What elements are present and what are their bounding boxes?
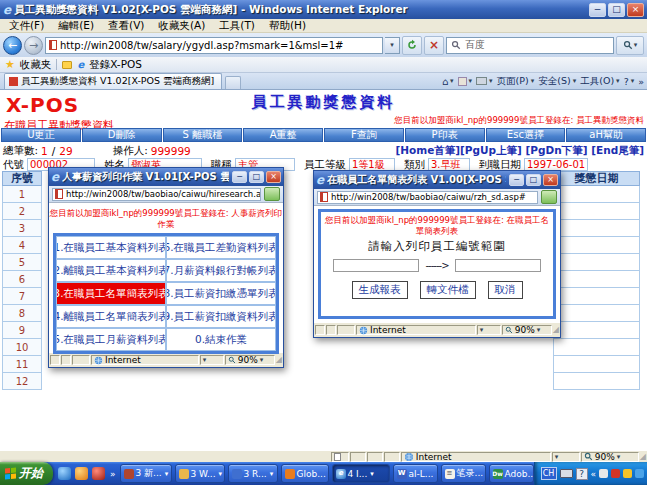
task-button[interactable]: DwAdob... bbox=[489, 464, 534, 483]
dialog-url[interactable]: http://win2008/tw/baobiao/caiwu/hiresear… bbox=[52, 188, 261, 201]
table-row[interactable]: 6 bbox=[2, 271, 42, 288]
maximize-button[interactable]: □ bbox=[608, 3, 625, 17]
help-menu[interactable]: ?▾ bbox=[624, 76, 635, 87]
back-button[interactable]: ← bbox=[3, 36, 22, 55]
active-tab[interactable]: 員工異動獎懲資料 V1.02[X-POS 雲端商務網] bbox=[4, 73, 222, 89]
update-button[interactable]: U更正 bbox=[1, 128, 81, 142]
maximize-button[interactable]: □ bbox=[249, 171, 264, 183]
zoom-control[interactable]: 90% ▾ bbox=[581, 452, 639, 462]
new-tab-button[interactable] bbox=[225, 76, 241, 89]
protected-mode-segment[interactable]: ▾ bbox=[477, 325, 501, 335]
employee-id-to-input[interactable] bbox=[455, 259, 541, 272]
tray-icon[interactable] bbox=[599, 469, 608, 478]
menu-item-5[interactable]: 5.在職員工月薪資料列表 bbox=[56, 328, 166, 351]
menu-item-0[interactable]: 0.結束作業 bbox=[166, 328, 276, 351]
resize-grip[interactable]: ◢ bbox=[276, 356, 282, 364]
favorites-item[interactable]: 登錄X-POS bbox=[89, 58, 142, 72]
feeds-button[interactable]: ▾ bbox=[458, 77, 473, 86]
task-button[interactable]: Wal-L... bbox=[393, 464, 438, 483]
home-button[interactable]: ⌂▾ bbox=[442, 76, 454, 87]
menu-tools[interactable]: 工具(T) bbox=[212, 19, 262, 33]
task-button[interactable]: 3 W...▾ bbox=[175, 464, 225, 483]
generate-report-button[interactable]: 生成報表 bbox=[352, 281, 408, 299]
help-button[interactable]: aH幫助 bbox=[566, 128, 646, 142]
cancel-button[interactable]: 取消 bbox=[488, 281, 523, 299]
minimize-button[interactable]: − bbox=[589, 3, 606, 17]
go-button[interactable] bbox=[541, 190, 557, 204]
resign-file-button[interactable]: S 離職檔 bbox=[163, 128, 243, 142]
quick-launch-icon[interactable] bbox=[58, 467, 71, 480]
print-button[interactable]: ▾ bbox=[476, 77, 493, 85]
table-row[interactable]: 9 bbox=[2, 322, 42, 339]
maximize-button[interactable]: □ bbox=[526, 174, 541, 186]
table-row[interactable]: 1 bbox=[2, 186, 42, 203]
resize-grip[interactable]: ◢ bbox=[553, 326, 559, 334]
printer-tray-icon[interactable] bbox=[560, 469, 573, 478]
menu-item-7[interactable]: 7.月薪資料銀行對帳列表 bbox=[166, 259, 276, 282]
menu-item-3-selected[interactable]: 3.在職員工名單簡表列表 bbox=[56, 282, 166, 305]
table-row[interactable]: 3 bbox=[2, 220, 42, 237]
menu-item-6[interactable]: 6.在職員工差勤資料列表 bbox=[166, 236, 276, 259]
help-tray-icon[interactable]: ? bbox=[576, 468, 588, 480]
page-menu[interactable]: 页面(P)▾ bbox=[497, 75, 535, 88]
search-options-button[interactable]: ▾ bbox=[616, 36, 644, 55]
go-button[interactable] bbox=[264, 187, 280, 201]
menu-item-8[interactable]: 8.員工薪資扣繳憑單列表 bbox=[166, 282, 276, 305]
search-input[interactable]: 百度 bbox=[446, 37, 614, 54]
dialog-url[interactable]: http://win2008/tw/baobiao/caiwu/rzh_sd.a… bbox=[317, 191, 538, 204]
menu-edit[interactable]: 編輯(E) bbox=[51, 19, 101, 33]
close-button[interactable]: × bbox=[266, 171, 281, 183]
protected-mode-segment[interactable]: ▾ bbox=[200, 355, 224, 365]
table-row[interactable]: 5 bbox=[2, 254, 42, 271]
task-button[interactable]: ≡笔录... bbox=[441, 464, 486, 483]
menu-item-2[interactable]: 2.離職員工基本資料列表 bbox=[56, 259, 166, 282]
quick-launch-overflow[interactable]: » bbox=[110, 469, 116, 479]
overflow-chevron[interactable]: » bbox=[638, 76, 644, 87]
address-dropdown[interactable]: ▾ bbox=[385, 37, 400, 54]
table-row[interactable]: 12 bbox=[2, 373, 42, 390]
menu-item-4[interactable]: 4.離職員工名單簡表列表 bbox=[56, 305, 166, 328]
favorites-label[interactable]: 收藏夹 bbox=[20, 58, 52, 72]
menu-favorites[interactable]: 收藏夹(A) bbox=[151, 19, 212, 33]
minimize-button[interactable]: − bbox=[509, 174, 524, 186]
task-button[interactable]: Glob... bbox=[281, 464, 329, 483]
tools-menu[interactable]: 工具(O)▾ bbox=[580, 75, 619, 88]
zoom-control[interactable]: 90% ▾ bbox=[225, 355, 275, 365]
quick-launch-icon[interactable] bbox=[75, 467, 88, 480]
rebuild-button[interactable]: A重整 bbox=[243, 128, 323, 142]
resize-grip[interactable]: ◢ bbox=[640, 453, 646, 461]
start-button[interactable]: 开始 bbox=[0, 462, 53, 485]
menu-view[interactable]: 查看(V) bbox=[101, 19, 151, 33]
table-row[interactable]: 10 bbox=[2, 339, 42, 356]
esc-select-button[interactable]: Esc選擇 bbox=[486, 128, 566, 142]
tray-collapse-chevron[interactable]: « bbox=[591, 469, 597, 479]
task-button-active[interactable]: e4 I...▾ bbox=[332, 464, 390, 483]
menu-item-1[interactable]: 1.在職員工基本資料列表 bbox=[56, 236, 166, 259]
address-input[interactable]: http://win2008/tw/salary/ygydl.asp?msmar… bbox=[45, 37, 383, 54]
menu-help[interactable]: 帮助(H) bbox=[262, 19, 313, 33]
table-row[interactable]: 2 bbox=[2, 203, 42, 220]
export-file-button[interactable]: 轉文件檔 bbox=[420, 281, 476, 299]
minimize-button[interactable]: − bbox=[232, 171, 247, 183]
employee-id-from-input[interactable] bbox=[333, 259, 419, 272]
language-indicator[interactable]: CH bbox=[541, 467, 557, 480]
menu-item-9[interactable]: 9.員工薪資扣繳資料列表 bbox=[166, 305, 276, 328]
table-row[interactable]: 11 bbox=[2, 356, 42, 373]
tray-icon[interactable] bbox=[623, 469, 632, 478]
favorites-star-icon[interactable]: ★ bbox=[5, 59, 15, 70]
protected-mode-segment[interactable]: ▾ bbox=[552, 452, 580, 462]
add-favorite-icon[interactable] bbox=[62, 61, 72, 69]
table-row[interactable]: 7 bbox=[2, 288, 42, 305]
task-button[interactable]: 3 R...▾ bbox=[228, 464, 278, 483]
delete-button[interactable]: D刪除 bbox=[82, 128, 162, 142]
forward-button[interactable]: → bbox=[24, 36, 43, 55]
refresh-button[interactable] bbox=[402, 36, 422, 55]
task-button[interactable]: 3 新...▾ bbox=[120, 464, 172, 483]
quick-launch-icon[interactable] bbox=[92, 467, 105, 480]
close-button[interactable]: × bbox=[627, 3, 644, 17]
tray-icon[interactable] bbox=[611, 469, 620, 478]
menu-file[interactable]: 文件(F) bbox=[2, 19, 51, 33]
print-list-button[interactable]: P印表 bbox=[405, 128, 485, 142]
safety-menu[interactable]: 安全(S)▾ bbox=[538, 75, 576, 88]
stop-button[interactable]: × bbox=[424, 36, 444, 55]
